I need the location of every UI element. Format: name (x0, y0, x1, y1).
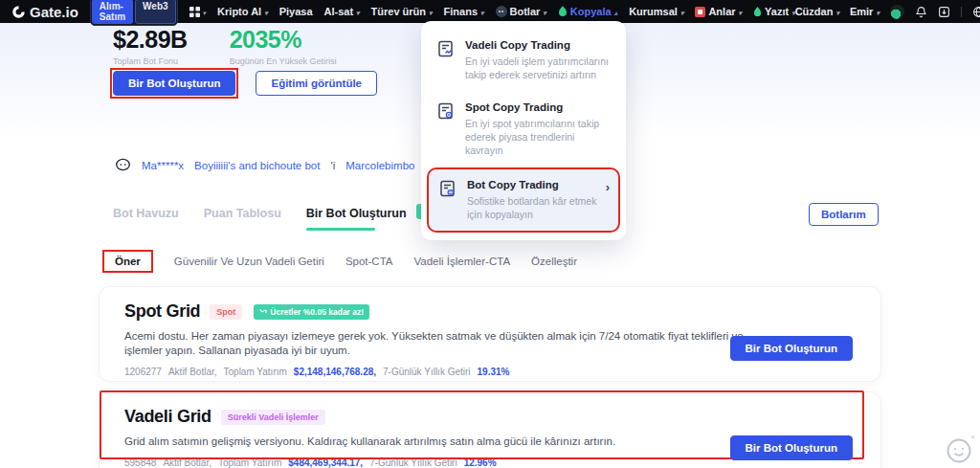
inscription-flame-icon (753, 7, 762, 17)
caret-down-icon (429, 6, 433, 17)
menu-item-spot-copy-trading[interactable]: Spot Copy Trading En iyi spot yatırımcıl… (421, 91, 626, 167)
apps-grid-icon[interactable] (189, 6, 207, 17)
spot-type-badge: Spot (210, 304, 242, 320)
stat-label: Toplam Bot Fonu (113, 56, 188, 66)
fee-trend-icon (259, 308, 267, 315)
menu-item-title: Spot Copy Trading (465, 101, 611, 113)
copy-trading-dropdown: Vadeli Copy Trading En iyi vadeli işlem … (421, 21, 626, 240)
futures-grid-card: Vadeli Grid Sürekli Vadeli İşlemler Grid… (99, 391, 881, 468)
bot-icon (496, 6, 507, 17)
moments-icon (695, 7, 705, 17)
nav-item-anlar[interactable]: Anlar (695, 6, 742, 17)
annotation-box-create-bot: Bir Bot Oluşturun (110, 68, 238, 99)
stat-value: 2035% (230, 26, 337, 54)
user-avatar[interactable] (890, 5, 904, 19)
subtab-guvenilir[interactable]: Güvenilir Ve Uzun Vadeli Getiri (174, 251, 324, 272)
chevron-right-icon: › (606, 180, 610, 194)
total-invest-value: $484,469,344.17, (288, 457, 363, 468)
mode-toggle: Alım-Satım Web3 (90, 0, 178, 26)
caret-down-icon (876, 6, 880, 17)
gateio-logo-icon (11, 5, 26, 19)
fee-promo-badge: Ücretler %0.05 kadar az! (254, 304, 369, 320)
doc-bot-icon (438, 179, 457, 221)
total-invest-value: $2,148,146,768.28, (294, 367, 376, 377)
download-icon[interactable] (938, 6, 950, 18)
card-description: Grid alım satımın gelişmiş versiyonu. Ka… (124, 435, 754, 449)
stat-value: $2.89B (113, 26, 188, 54)
nav-item-finans[interactable]: Finans (444, 6, 484, 17)
stat-top-return: 2035% Bugünün En Yüksek Getirisi (230, 26, 337, 66)
total-invest-label: Toplam Yatırım (224, 367, 287, 377)
menu-item-title: Bot Copy Trading (467, 179, 599, 190)
card-title: Vadeli Grid (124, 407, 212, 427)
perpetual-type-badge: Sürekli Vadeli İşlemler (221, 410, 325, 425)
weekly-return-label: 7-Günlük Yıllık Getiri (369, 457, 457, 468)
nav-item-cuzdan[interactable]: Cüzdan (795, 6, 839, 17)
main-menu: Kripto Al Piyasa Al-sat Türev ürün Finan… (217, 6, 795, 17)
spot-grid-card: Spot Grid Spot Ücretler %0.05 kadar az! … (99, 286, 881, 382)
stat-label: Bugünün En Yüksek Getirisi (230, 56, 337, 66)
menu-item-title: Vadeli Copy Trading (465, 39, 611, 51)
nav-item-piyasa[interactable]: Piyasa (279, 6, 313, 17)
menu-item-futures-copy-trading[interactable]: Vadeli Copy Trading En iyi vadeli işlem … (421, 29, 626, 91)
logo-text: Gate.io (30, 4, 78, 20)
card-title: Spot Grid (124, 301, 200, 322)
ticker-text: 'i (330, 160, 335, 171)
subtab-vadeli-cta[interactable]: Vadeli İşlemler-CTA (414, 251, 511, 272)
caret-down-icon (480, 6, 484, 17)
menu-item-desc: En iyi spot yatırımcılarını takip ederek… (465, 117, 611, 157)
support-chat-widget[interactable]: × (945, 436, 973, 465)
doc-chart-icon (436, 39, 456, 81)
caret-down-icon (680, 6, 684, 17)
menu-item-desc: En iyi vadeli işlem yatırımcılarını taki… (465, 55, 611, 81)
globe-icon[interactable] (972, 6, 980, 18)
card-stats: 1206277 Aktif Botlar, Toplam Yatırım $2,… (124, 367, 856, 377)
nav-item-kripto-al[interactable]: Kripto Al (217, 6, 268, 17)
strategy-subtabs: Öner Güvenilir Ve Uzun Vadeli Getiri Spo… (102, 250, 577, 273)
create-bot-button[interactable]: Bir Bot Oluşturun (113, 71, 235, 96)
tab-puan-tablosu[interactable]: Puan Tablosu (204, 204, 281, 220)
tab-bot-havuzu[interactable]: Bot Havuzu (113, 204, 179, 220)
nav-item-yazit[interactable]: Yazıt (753, 6, 795, 17)
caret-down-icon (543, 6, 546, 17)
my-bots-button[interactable]: Botlarım (809, 203, 879, 226)
nav-divider (961, 7, 962, 17)
subtab-spot-cta[interactable]: Spot-CTA (345, 251, 393, 272)
gateio-logo[interactable]: Gate.io (11, 4, 78, 20)
active-bots-count: 1206277 (124, 367, 162, 377)
nav-item-botlar[interactable]: Botlar (496, 6, 546, 17)
bell-icon[interactable] (915, 6, 927, 18)
caret-down-icon (264, 6, 268, 17)
nav-item-emir[interactable]: Emir (850, 6, 880, 17)
close-icon[interactable]: × (970, 433, 975, 441)
mode-trade[interactable]: Alım-Satım (92, 0, 133, 24)
caret-down-icon (835, 6, 839, 17)
subtab-oner[interactable]: Öner (102, 250, 153, 273)
caret-down-icon (203, 6, 207, 17)
doc-gear-icon (436, 101, 456, 157)
stat-total-fund: $2.89B Toplam Bot Fonu (113, 26, 188, 66)
weekly-return-value: 12.96% (464, 457, 497, 468)
nav-item-al-sat[interactable]: Al-sat (324, 6, 360, 17)
active-bots-label: Aktif Botlar, (168, 367, 217, 377)
subtab-ozellestir[interactable]: Özelleştir (531, 251, 577, 272)
mode-web3[interactable]: Web3 (135, 0, 176, 24)
ticker-source-user[interactable]: Marcolebimbo (345, 160, 414, 171)
weekly-return-label: 7-Günlük Yıllık Getiri (383, 367, 471, 377)
nav-item-kopyala[interactable]: Kopyala (558, 6, 617, 17)
support-smiley-icon (945, 436, 973, 465)
bot-stats: $2.89B Toplam Bot Fonu 2035% Bugünün En … (113, 26, 337, 66)
card-description: Acemi dostu. Her zaman piyasayı izlemeye… (124, 329, 754, 358)
menu-item-desc: Sofistike botlardan kâr etmek için kopya… (467, 194, 599, 221)
view-tutorial-button[interactable]: Eğitimi görüntüle (256, 71, 377, 96)
create-bot-button[interactable]: Bir Bot Oluşturun (730, 435, 853, 460)
caret-up-icon (614, 6, 618, 17)
tab-bir-bot-olusturun[interactable]: Bir Bot Oluşturun (306, 204, 407, 231)
ticker-bot-name[interactable]: Boyiiiiii's and bichoute bot (194, 160, 320, 171)
create-bot-button[interactable]: Bir Bot Oluşturun (730, 336, 853, 361)
nav-item-turev-urun[interactable]: Türev ürün (371, 6, 433, 17)
ticker-user[interactable]: Ma*****x (142, 160, 184, 171)
menu-item-bot-copy-trading[interactable]: Bot Copy Trading Sofistike botlardan kâr… (429, 169, 618, 231)
nav-item-kurumsal[interactable]: Kurumsal (629, 6, 683, 17)
copy-flame-icon (558, 6, 568, 17)
